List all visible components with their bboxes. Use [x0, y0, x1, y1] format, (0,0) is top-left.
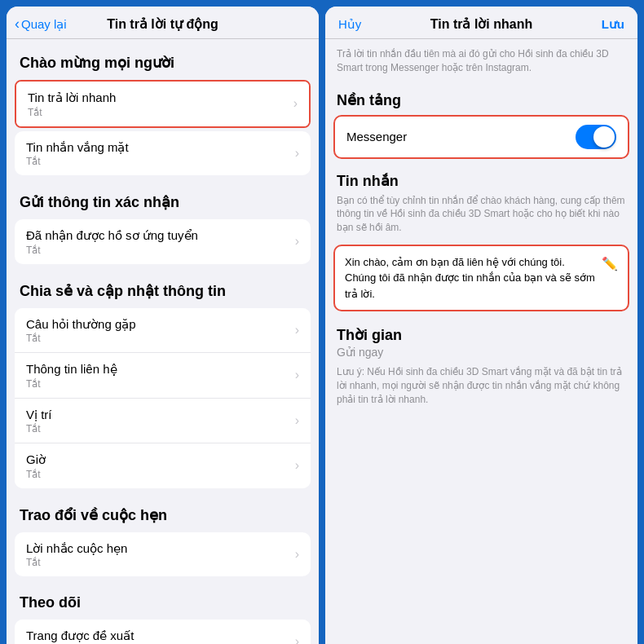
trao-doi-section: Lời nhắc cuộc hẹn Tắt ›	[15, 532, 311, 577]
tin-nhan-title: Tin nhắn	[325, 161, 637, 194]
chevron-left-icon: ‹	[15, 15, 20, 33]
thoi-gian-note: Lưu ý: Nếu Hồi sinh đa chiều 3D Smart vắ…	[325, 362, 637, 412]
list-item-gio[interactable]: Giờ Tắt ›	[15, 443, 311, 488]
messenger-toggle[interactable]	[576, 125, 616, 149]
chevron-right-icon: ›	[295, 458, 299, 473]
chevron-right-icon: ›	[295, 547, 299, 562]
messenger-toggle-row[interactable]: Messenger	[333, 115, 629, 159]
thoi-gian-value: Gửi ngay	[325, 346, 637, 362]
edit-icon[interactable]: ✏️	[602, 256, 618, 271]
left-header: ‹ Quay lại Tin trả lời tự động	[7, 7, 319, 39]
list-item-cau-hoi[interactable]: Câu hỏi thường gặp Tắt ›	[15, 308, 311, 354]
chevron-right-icon: ›	[295, 368, 299, 382]
message-box-wrapper[interactable]: Xin chào, cảm ơn bạn đã liên hệ với chún…	[333, 245, 629, 312]
item-sub-da-nhan: Tắt	[26, 245, 198, 256]
left-content: Chào mừng mọi người Tin trả lời nhanh Tắ…	[7, 39, 319, 644]
list-item-tin-tra-loi-nhanh[interactable]: Tin trả lời nhanh Tắt ›	[16, 82, 309, 126]
chevron-right-icon: ›	[295, 234, 299, 249]
item-title-thong-tin-lien-he: Thông tin liên hệ	[26, 361, 117, 377]
section-title-chia-se: Chia sẻ và cập nhật thông tin	[7, 267, 319, 305]
chia-se-section: Câu hỏi thường gặp Tắt › Thông tin liên …	[15, 308, 311, 488]
tin-nhan-vang-mat-section: Tin nhắn vắng mặt Tắt ›	[15, 131, 311, 176]
chevron-right-icon: ›	[295, 413, 299, 428]
right-header: Hủy Tin trả lời nhanh Lưu	[325, 7, 637, 39]
message-box-text: Xin chào, cảm ơn bạn đã liên hệ với chún…	[345, 254, 595, 302]
list-item-trang-de-xuat[interactable]: Trang được đề xuất Tắt ›	[15, 620, 311, 644]
nen-tang-title: Nền tảng	[325, 80, 637, 113]
cancel-button[interactable]: Hủy	[338, 17, 361, 32]
gui-thong-tin-section: Đã nhận được hồ sơ ứng tuyển Tắt ›	[15, 219, 311, 264]
chevron-right-icon: ›	[295, 146, 299, 161]
section-title-theo-doi: Theo dõi	[7, 580, 319, 616]
item-sub-thong-tin-lien-he: Tắt	[26, 378, 117, 390]
list-item-vi-tri[interactable]: Vị trí Tắt ›	[15, 399, 311, 444]
item-sub-tin-tra-loi-nhanh: Tắt	[28, 107, 116, 118]
item-title-da-nhan: Đã nhận được hồ sơ ứng tuyển	[26, 227, 198, 244]
save-button[interactable]: Lưu	[602, 17, 624, 32]
list-item-tin-nhan-vang-mat[interactable]: Tin nhắn vắng mặt Tắt ›	[15, 131, 311, 176]
item-title-tin-nhan-vang-mat: Tin nhắn vắng mặt	[26, 139, 129, 156]
tin-tra-loi-nhanh-highlighted[interactable]: Tin trả lời nhanh Tắt ›	[15, 80, 311, 128]
list-item-da-nhan[interactable]: Đã nhận được hồ sơ ứng tuyển Tắt ›	[15, 219, 311, 264]
item-title-vi-tri: Vị trí	[26, 407, 52, 423]
messenger-label: Messenger	[346, 130, 407, 143]
item-sub-loi-nhac: Tắt	[26, 557, 127, 568]
right-phone-screen: Hủy Tin trả lời nhanh Lưu Trả lời tin nh…	[325, 7, 637, 644]
chevron-right-icon: ›	[293, 96, 298, 111]
item-title-tin-tra-loi-nhanh: Tin trả lời nhanh	[28, 90, 116, 106]
section-title-gui-thong-tin: Gửi thông tin xác nhận	[7, 179, 319, 216]
theo-doi-section: Trang được đề xuất Tắt › Trang không đượ…	[15, 620, 311, 644]
item-title-gio: Giờ	[26, 452, 46, 468]
item-sub-vi-tri: Tắt	[26, 423, 52, 434]
chevron-right-icon: ›	[295, 323, 299, 337]
item-title-loi-nhac: Lời nhắc cuộc hẹn	[26, 540, 127, 557]
back-button[interactable]: ‹ Quay lại	[15, 15, 67, 33]
chevron-right-icon: ›	[295, 634, 299, 644]
left-phone-screen: ‹ Quay lại Tin trả lời tự động Chào mừng…	[7, 7, 319, 644]
tin-nhan-desc: Bạn có thể tùy chỉnh tin nhắn để chào kh…	[325, 194, 637, 241]
item-title-cau-hoi: Câu hỏi thường gặp	[26, 316, 136, 333]
left-header-title: Tin trả lời tự động	[107, 16, 218, 32]
message-box[interactable]: Xin chào, cảm ơn bạn đã liên hệ với chún…	[335, 246, 628, 311]
section-title-chao-mung: Chào mừng mọi người	[7, 39, 319, 77]
toggle-thumb	[593, 126, 615, 148]
right-intro-text: Trả lời tin nhắn đầu tiên mà ai đó gửi c…	[325, 39, 637, 80]
right-content: Trả lời tin nhắn đầu tiên mà ai đó gửi c…	[325, 39, 637, 644]
item-title-trang-de-xuat: Trang được đề xuất	[26, 628, 134, 644]
back-label[interactable]: Quay lại	[21, 17, 67, 32]
thoi-gian-title: Thời gian	[325, 315, 637, 346]
list-item-loi-nhac[interactable]: Lời nhắc cuộc hẹn Tắt ›	[15, 532, 311, 577]
right-header-title: Tin trả lời nhanh	[430, 16, 532, 32]
section-title-trao-doi: Trao đổi về cuộc hẹn	[7, 492, 319, 529]
item-sub-tin-nhan-vang-mat: Tắt	[26, 156, 129, 167]
item-sub-cau-hoi: Tắt	[26, 333, 136, 344]
list-item-thong-tin-lien-he[interactable]: Thông tin liên hệ Tắt ›	[15, 353, 311, 399]
item-sub-gio: Tắt	[26, 469, 46, 480]
